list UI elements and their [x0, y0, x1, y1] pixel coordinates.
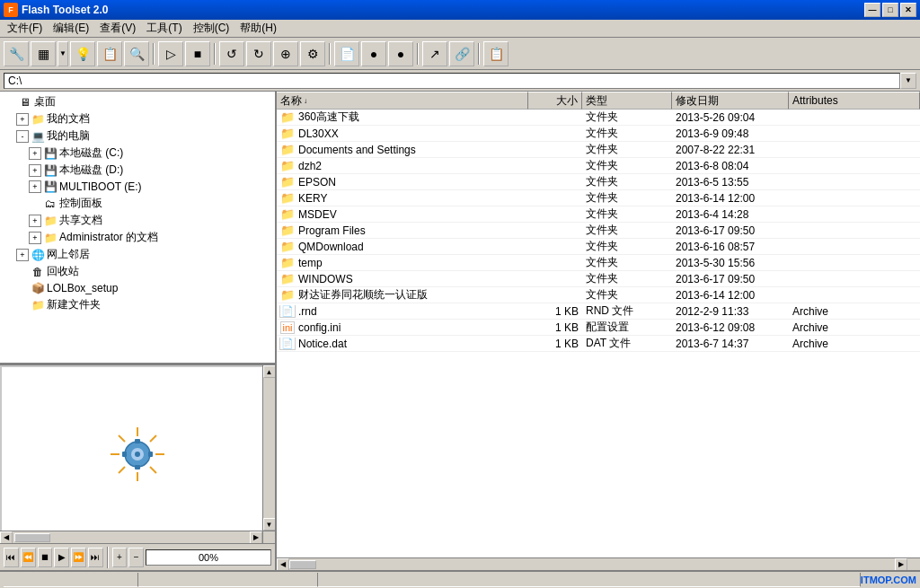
file-row[interactable]: 📁DL30XX文件夹2013-6-9 09:48 — [277, 126, 920, 142]
toolbar-btn-10[interactable]: ↻ — [246, 41, 271, 66]
toolbar-btn-0[interactable]: 🔧 — [4, 41, 29, 66]
tree-expand-btn[interactable]: + — [29, 232, 41, 244]
media-btn-5[interactable]: ⏭ — [88, 548, 103, 567]
file-row[interactable]: 📁temp文件夹2013-5-30 15:56 — [277, 255, 920, 271]
preview-scroll-v[interactable]: ▲ ▼ — [262, 365, 275, 531]
col-header-name[interactable]: 名称 ↓ — [277, 92, 528, 110]
tree-item[interactable]: +📁共享文档 — [0, 212, 275, 229]
toolbar-btn-2[interactable]: 💡 — [70, 41, 95, 66]
media-btn-0[interactable]: ⏮ — [4, 548, 19, 567]
menu-item-C[interactable]: 控制(C) — [188, 19, 235, 38]
toolbar-btn-19[interactable]: 🔗 — [449, 41, 474, 66]
media-btn-4[interactable]: ⏩ — [71, 548, 86, 567]
tree-expand-btn[interactable]: - — [16, 130, 29, 143]
toolbar-btn-6[interactable]: ▷ — [158, 41, 183, 66]
tree-item[interactable]: 📁新建文件夹 — [0, 296, 275, 313]
toolbar-btn-21[interactable]: 📋 — [483, 41, 509, 66]
toolbar-btn-9[interactable]: ↺ — [219, 41, 244, 66]
tree-item[interactable]: 🗂控制面板 — [0, 195, 275, 212]
tree-item[interactable]: -💻我的电脑 — [0, 127, 275, 145]
file-row[interactable]: 📁MSDEV文件夹2013-6-4 14:28 — [277, 206, 920, 223]
minimize-button[interactable]: — — [864, 3, 880, 17]
tree-expand-btn[interactable]: + — [29, 164, 41, 177]
svg-rect-12 — [122, 452, 127, 457]
media-sub-btn[interactable]: − — [128, 548, 144, 567]
right-scroll-h[interactable]: ◀ ▶ — [277, 557, 920, 570]
tree-expand-btn[interactable]: + — [16, 113, 29, 126]
col-header-date[interactable]: 修改日期 — [672, 92, 789, 110]
tree-expand-btn[interactable]: + — [16, 249, 29, 261]
preview-scroll-h[interactable]: ◀ ▶ — [0, 531, 262, 543]
scroll-down-btn[interactable]: ▼ — [263, 518, 276, 531]
right-scroll-left[interactable]: ◀ — [277, 558, 289, 571]
file-date: 2013-5-30 15:56 — [672, 257, 789, 269]
col-header-size[interactable]: 大小 — [528, 92, 582, 110]
menu-item-F[interactable]: 文件(F) — [2, 19, 48, 38]
tree-item-label: 我的文档 — [47, 111, 90, 127]
media-btn-3[interactable]: ▶ — [54, 548, 69, 567]
toolbar-btn-3[interactable]: 📋 — [97, 41, 122, 66]
tree-item[interactable]: 📦LOLBox_setup — [0, 280, 275, 296]
maximize-button[interactable]: □ — [882, 3, 898, 17]
tree-expand-btn[interactable]: + — [29, 147, 41, 160]
toolbar-btn-14[interactable]: 📄 — [334, 41, 359, 66]
tree-item[interactable]: 🖥桌面 — [0, 93, 275, 110]
toolbar-btn-16[interactable]: ● — [388, 41, 413, 66]
toolbar-btn-12[interactable]: ⚙ — [300, 41, 325, 66]
col-header-type[interactable]: 类型 — [582, 92, 672, 110]
toolbar-btn-1[interactable]: ▦ — [31, 41, 56, 66]
scroll-up-btn[interactable]: ▲ — [263, 365, 276, 378]
file-row[interactable]: 📁EPSON文件夹2013-6-5 13:55 — [277, 174, 920, 190]
toolbar-btn-7[interactable]: ■ — [185, 41, 210, 66]
svg-point-14 — [135, 452, 140, 457]
file-row[interactable]: 📁360高速下载文件夹2013-5-26 09:04 — [277, 110, 920, 126]
file-row[interactable]: 📄Notice.dat1 KBDAT 文件2013-6-7 14:37Archi… — [277, 336, 920, 352]
media-btn-2[interactable]: ⏹ — [38, 548, 53, 567]
menu-item-H[interactable]: 帮助(H) — [234, 19, 282, 38]
media-btn-1[interactable]: ⏪ — [21, 548, 36, 567]
address-input[interactable] — [4, 73, 900, 89]
file-row[interactable]: 📁QMDownload文件夹2013-6-16 08:57 — [277, 239, 920, 255]
svg-line-1 — [150, 435, 156, 442]
right-scroll-thumb[interactable] — [289, 560, 316, 569]
toolbar-btn-15[interactable]: ● — [361, 41, 386, 66]
file-row[interactable]: 📁KERY文件夹2013-6-14 12:00 — [277, 190, 920, 206]
file-row[interactable]: 📁财达证券同花顺统一认证版文件夹2013-6-14 12:00 — [277, 287, 920, 303]
toolbar-dropdown-arrow[interactable]: ▼ — [58, 41, 68, 66]
media-time-input[interactable] — [146, 549, 271, 566]
menu-item-V[interactable]: 查看(V) — [94, 19, 141, 38]
file-row[interactable]: 📁Program Files文件夹2013-6-17 09:50 — [277, 223, 920, 239]
media-add-btn[interactable]: + — [112, 548, 128, 567]
tree-item[interactable]: +💾本地磁盘 (D:) — [0, 162, 275, 179]
right-scroll-right[interactable]: ▶ — [895, 558, 907, 571]
file-name: config.ini — [298, 321, 341, 334]
tree-item[interactable]: +📁我的文档 — [0, 110, 275, 127]
file-row[interactable]: iniconfig.ini1 KB配置设置2013-6-12 09:08Arch… — [277, 320, 920, 336]
tree-expand-btn[interactable]: + — [29, 180, 41, 193]
status-section-3 — [318, 573, 861, 587]
col-header-attr[interactable]: Attributes — [789, 92, 920, 110]
tree-item[interactable]: +🌐网上邻居 — [0, 246, 275, 263]
file-row[interactable]: 📁Documents and Settings文件夹2007-8-22 22:3… — [277, 142, 920, 158]
toolbar-btn-18[interactable]: ↗ — [422, 41, 447, 66]
tree-item[interactable]: +💾本地磁盘 (C:) — [0, 145, 275, 162]
menu-item-E[interactable]: 编辑(E) — [48, 19, 94, 38]
scroll-left-btn[interactable]: ◀ — [0, 531, 13, 544]
tree-item[interactable]: +💾MULTIBOOT (E:) — [0, 179, 275, 195]
file-row[interactable]: 📄.rnd1 KBRND 文件2012-2-9 11:33Archive — [277, 303, 920, 320]
tree-item[interactable]: +📁Administrator 的文档 — [0, 229, 275, 246]
file-row[interactable]: 📁WINDOWS文件夹2013-6-17 09:50 — [277, 271, 920, 287]
tree-item-icon: 💾 — [43, 180, 58, 194]
close-button[interactable]: ✕ — [900, 3, 916, 17]
tree-expand-btn[interactable]: + — [29, 215, 41, 227]
toolbar-btn-4[interactable]: 🔍 — [124, 41, 149, 66]
address-dropdown-button[interactable]: ▼ — [900, 73, 916, 89]
file-row[interactable]: 📁dzh2文件夹2013-6-8 08:04 — [277, 158, 920, 174]
scroll-thumb-h[interactable] — [14, 533, 50, 542]
toolbar-btn-11[interactable]: ⊕ — [273, 41, 298, 66]
menu-item-T[interactable]: 工具(T) — [141, 19, 187, 38]
tree-item[interactable]: 🗑回收站 — [0, 263, 275, 280]
file-icon: 📄 — [280, 338, 295, 350]
scroll-right-btn[interactable]: ▶ — [250, 531, 262, 544]
preview-area — [2, 367, 273, 541]
